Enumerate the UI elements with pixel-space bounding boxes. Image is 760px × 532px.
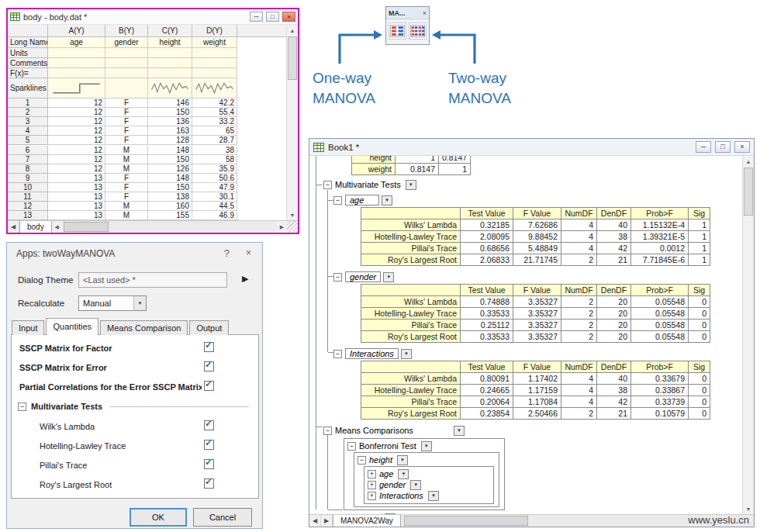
checkbox[interactable]: ✓	[204, 361, 214, 371]
collapse-icon[interactable]: −	[333, 350, 342, 358]
recalculate-select[interactable]: Manual ▼	[78, 295, 147, 311]
worksheet-cell[interactable]: F	[105, 174, 148, 183]
checkbox[interactable]: ✓	[204, 459, 214, 469]
minimize-icon[interactable]: ─	[696, 141, 711, 153]
worksheet-cell[interactable]: height	[148, 37, 192, 48]
worksheet-cell[interactable]: M	[105, 164, 148, 174]
worksheet-cell[interactable]: 12	[48, 108, 105, 117]
worksheet-cell[interactable]: 12	[48, 136, 105, 145]
worksheet-cell[interactable]: 12	[48, 126, 105, 136]
close-icon[interactable]: ×	[282, 12, 295, 22]
worksheet-cell[interactable]: 35.9	[192, 164, 237, 174]
group-label[interactable]: Interactions	[345, 348, 399, 359]
worksheet-cell[interactable]: F	[105, 126, 148, 136]
worksheet-cell[interactable]: 50.6	[192, 174, 237, 183]
worksheet-row-header[interactable]: Sparklines	[8, 78, 48, 98]
collapse-icon[interactable]: −	[323, 427, 332, 435]
resize-grip[interactable]	[287, 221, 298, 233]
expand-icon[interactable]: +	[368, 481, 376, 489]
chevron-down-icon[interactable]: ▼	[454, 426, 465, 436]
worksheet-sparkline-cell[interactable]	[148, 78, 192, 98]
help-icon[interactable]: ?	[224, 247, 230, 259]
chevron-down-icon[interactable]: ▼	[398, 469, 409, 479]
worksheet-cell[interactable]	[105, 68, 148, 78]
worksheet-cell[interactable]: M	[105, 155, 148, 164]
worksheet-row-header[interactable]: Units	[8, 48, 48, 58]
worksheet-sparkline-cell[interactable]	[105, 78, 148, 98]
worksheet-cell[interactable]: 55.4	[192, 108, 237, 117]
worksheet-cell[interactable]: 28.7	[192, 136, 237, 145]
chevron-down-icon[interactable]: ▼	[421, 441, 432, 451]
worksheet-cell[interactable]: 46.9	[192, 211, 237, 220]
scroll-thumb[interactable]	[64, 222, 109, 232]
collapse-icon[interactable]: −	[18, 402, 26, 411]
scroll-up-icon[interactable]: ▲	[287, 25, 298, 36]
worksheet-titlebar[interactable]: body - body.dat * ─ □ ×	[8, 9, 298, 25]
sheet-next-icon[interactable]: ▶	[321, 515, 333, 527]
worksheet-cell[interactable]: 163	[148, 126, 192, 136]
tree-item-label[interactable]: Interactions	[379, 491, 423, 500]
worksheet-cell[interactable]: 148	[148, 174, 192, 183]
worksheet-cell[interactable]: 150	[148, 155, 192, 164]
worksheet-cell[interactable]: 160	[148, 202, 192, 211]
close-icon[interactable]: ×	[246, 247, 251, 258]
worksheet-cell[interactable]	[48, 68, 105, 78]
worksheet-cell[interactable]: M	[105, 202, 148, 211]
worksheet-cell[interactable]	[148, 68, 192, 78]
scroll-thumb[interactable]	[404, 516, 528, 526]
chevron-down-icon[interactable]: ▼	[406, 180, 416, 190]
worksheet-col-header[interactable]: A(Y)	[48, 25, 105, 37]
chevron-down-icon[interactable]: ▼	[410, 480, 421, 490]
worksheet-cell[interactable]: F	[105, 108, 148, 117]
worksheet-cell[interactable]: F	[105, 117, 148, 126]
worksheet-cell[interactable]: F	[105, 98, 148, 108]
worksheet-sparkline-cell[interactable]	[48, 78, 105, 98]
worksheet-vertical-scrollbar[interactable]: ▲ ▼	[286, 25, 298, 220]
worksheet-cell[interactable]: 58	[192, 155, 237, 164]
toolbar-titlebar[interactable]: MA... ×	[386, 7, 429, 19]
worksheet-cell[interactable]: 30.1	[192, 192, 237, 202]
worksheet-cell[interactable]: weight	[192, 37, 237, 48]
worksheet-row-header[interactable]: 13	[8, 211, 48, 220]
checkbox[interactable]: ✓	[204, 478, 214, 489]
worksheet-row-header[interactable]: Comments	[8, 58, 48, 68]
worksheet-row-header[interactable]: 2	[8, 108, 48, 117]
worksheet-cell[interactable]	[48, 58, 105, 68]
collapse-icon[interactable]: −	[347, 442, 356, 451]
expand-icon[interactable]: +	[368, 470, 376, 478]
worksheet-cell[interactable]	[148, 58, 192, 68]
collapse-icon[interactable]: −	[333, 196, 342, 205]
worksheet-cell[interactable]: 12	[48, 146, 105, 155]
tree-item-label[interactable]: gender	[379, 480, 406, 489]
worksheet-corner-cell[interactable]	[8, 25, 48, 37]
worksheet-row-header[interactable]: 3	[8, 117, 48, 126]
scroll-down-icon[interactable]: ▼	[743, 503, 754, 514]
worksheet-cell[interactable]: 42.2	[192, 98, 237, 108]
worksheet-row-header[interactable]: 4	[8, 126, 48, 136]
worksheet-cell[interactable]: 12	[48, 117, 105, 126]
scroll-left-icon[interactable]: ◀	[52, 221, 62, 233]
worksheet-sparkline-cell[interactable]	[192, 78, 237, 98]
checkbox[interactable]: ✓	[204, 381, 214, 391]
worksheet-cell[interactable]: 13	[48, 174, 105, 183]
close-icon[interactable]: ×	[734, 141, 750, 153]
chevron-down-icon[interactable]: ▼	[382, 195, 392, 206]
worksheet-cell[interactable]: 136	[148, 117, 192, 126]
collapse-icon[interactable]: −	[333, 273, 342, 282]
worksheet-cell[interactable]: 150	[148, 108, 192, 117]
sheet-tab-manova2way[interactable]: MANOVA2Way	[333, 515, 401, 527]
worksheet-cell[interactable]: 12	[48, 164, 105, 174]
worksheet-cell[interactable]: M	[105, 146, 148, 155]
worksheet-horizontal-scrollbar[interactable]: ◀ ▶	[52, 221, 287, 233]
worksheet-row-header[interactable]: Long Name	[8, 37, 48, 48]
worksheet-cell[interactable]: 33.2	[192, 117, 237, 126]
worksheet-cell[interactable]: 65	[192, 126, 237, 136]
worksheet-cell[interactable]: 13	[48, 211, 105, 220]
close-icon[interactable]: ×	[423, 9, 427, 17]
sheet-prev-icon[interactable]: ◀	[309, 515, 321, 527]
worksheet-cell[interactable]: 44.5	[192, 202, 237, 211]
worksheet-cell[interactable]	[105, 48, 148, 58]
scroll-right-icon[interactable]: ▶	[277, 221, 287, 233]
report-vertical-scrollbar[interactable]: ▲ ▼	[742, 156, 754, 514]
worksheet-row-header[interactable]: 8	[8, 164, 48, 174]
